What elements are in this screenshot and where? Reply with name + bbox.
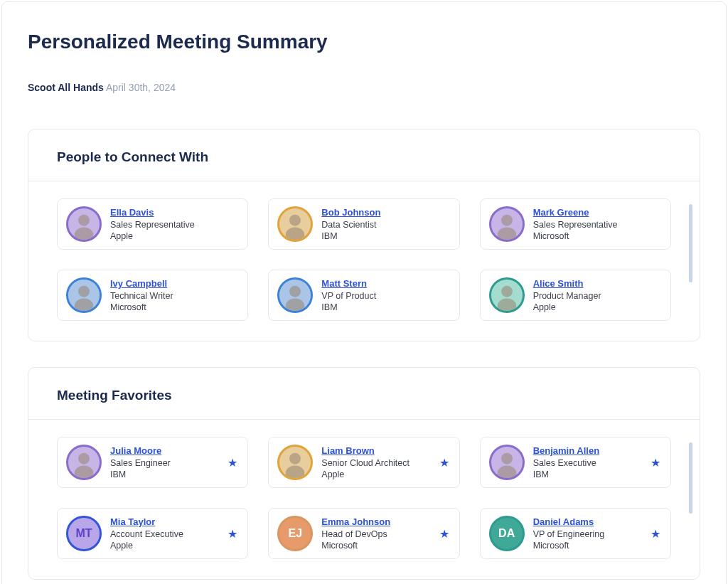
person-name-link[interactable]: Daniel Adams: [533, 516, 642, 527]
avatar: [277, 445, 313, 480]
person-title: Account Executive: [110, 529, 219, 541]
person-company: Apple: [533, 302, 662, 312]
person-info: Emma JohnsonHead of DevOpsMicrosoft: [321, 516, 430, 551]
meeting-header: Scoot All Hands April 30th, 2024: [28, 82, 700, 93]
page-title: Personalized Meeting Summary: [28, 31, 700, 53]
connect-section: People to Connect With Ella DavisSales R…: [28, 129, 700, 341]
avatar: [489, 277, 525, 313]
scrollbar-indicator[interactable]: [689, 442, 692, 514]
person-info: Mark GreeneSales RepresentativeMicrosoft: [533, 207, 662, 242]
favorites-people-grid: Julia MooreSales EngineerIBM★Liam BrownS…: [57, 437, 671, 559]
person-title: Product Manager: [533, 290, 662, 303]
person-company: Microsoft: [110, 302, 239, 312]
avatar: [277, 206, 313, 242]
person-name-link[interactable]: Ivy Campbell: [110, 278, 239, 289]
meeting-name: Scoot All Hands: [28, 82, 104, 93]
person-company: Apple: [110, 231, 239, 241]
person-title: Head of DevOps: [321, 529, 430, 541]
person-info: Liam BrownSenior Cloud ArchitectApple: [321, 445, 430, 480]
person-info: Ella DavisSales RepresentativeApple: [110, 207, 239, 242]
meeting-date: April 30th, 2024: [106, 82, 176, 93]
star-icon[interactable]: ★: [651, 456, 660, 469]
person-company: Apple: [110, 541, 219, 551]
person-title: VP of Engineering: [533, 529, 642, 541]
star-icon[interactable]: ★: [439, 456, 449, 469]
person-company: Microsoft: [533, 231, 662, 241]
avatar: EJ: [277, 516, 313, 551]
person-card[interactable]: Bob JohnsonData ScientistIBM: [268, 198, 459, 250]
svg-point-22: [289, 453, 301, 464]
person-card[interactable]: Mark GreeneSales RepresentativeMicrosoft: [480, 198, 671, 250]
avatar: [277, 277, 313, 313]
avatar: [489, 445, 525, 480]
avatar: [489, 206, 525, 242]
svg-point-13: [289, 286, 301, 297]
person-info: Bob JohnsonData ScientistIBM: [321, 207, 450, 242]
person-name-link[interactable]: Emma Johnson: [321, 516, 430, 527]
person-card[interactable]: Alice SmithProduct ManagerApple: [480, 270, 671, 321]
person-card[interactable]: Julia MooreSales EngineerIBM★: [57, 437, 248, 488]
avatar: [66, 277, 102, 313]
connect-section-body: Ella DavisSales RepresentativeAppleBob J…: [28, 181, 700, 341]
person-title: Sales Representative: [110, 219, 239, 232]
person-name-link[interactable]: Julia Moore: [110, 445, 219, 456]
connect-people-grid: Ella DavisSales RepresentativeAppleBob J…: [57, 198, 671, 321]
star-icon[interactable]: ★: [228, 527, 237, 541]
favorites-section-title: Meeting Favorites: [28, 368, 700, 420]
person-info: Matt SternVP of ProductIBM: [321, 278, 450, 313]
person-title: Technical Writer: [110, 290, 239, 303]
person-info: Daniel AdamsVP of EngineeringMicrosoft: [533, 516, 642, 551]
person-card[interactable]: Ivy CampbellTechnical WriterMicrosoft: [57, 270, 248, 321]
person-info: Mia TaylorAccount ExecutiveApple: [110, 516, 219, 551]
person-name-link[interactable]: Ella Davis: [110, 207, 239, 218]
star-icon[interactable]: ★: [439, 527, 449, 541]
person-card[interactable]: Liam BrownSenior Cloud ArchitectApple★: [268, 437, 459, 488]
person-title: Sales Representative: [533, 219, 662, 232]
person-card[interactable]: Ella DavisSales RepresentativeApple: [57, 198, 248, 250]
person-title: Sales Executive: [533, 457, 642, 470]
person-card[interactable]: Benjamin AllenSales ExecutiveIBM★: [480, 437, 671, 488]
avatar: [66, 445, 102, 480]
person-company: Microsoft: [321, 541, 430, 551]
person-info: Ivy CampbellTechnical WriterMicrosoft: [110, 278, 239, 313]
scrollbar-indicator[interactable]: [689, 204, 692, 282]
person-title: VP of Product: [321, 290, 450, 303]
person-name-link[interactable]: Liam Brown: [321, 445, 430, 456]
person-company: Apple: [321, 469, 430, 479]
person-name-link[interactable]: Matt Stern: [321, 278, 450, 289]
person-info: Julia MooreSales EngineerIBM: [110, 445, 219, 480]
person-name-link[interactable]: Mia Taylor: [110, 516, 219, 527]
person-title: Sales Engineer: [110, 457, 219, 470]
svg-point-1: [78, 215, 90, 226]
svg-point-7: [501, 215, 513, 226]
svg-point-4: [289, 215, 301, 226]
avatar: DA: [489, 516, 525, 551]
svg-point-16: [501, 286, 513, 297]
person-company: IBM: [321, 231, 450, 241]
connect-section-title: People to Connect With: [28, 129, 700, 181]
person-name-link[interactable]: Alice Smith: [533, 278, 662, 289]
person-name-link[interactable]: Benjamin Allen: [533, 445, 642, 456]
star-icon[interactable]: ★: [651, 527, 660, 541]
avatar: [66, 206, 102, 242]
svg-point-25: [501, 453, 513, 464]
person-card[interactable]: MTMia TaylorAccount ExecutiveApple★: [57, 508, 248, 559]
person-company: IBM: [533, 469, 642, 479]
avatar: MT: [66, 516, 102, 551]
favorites-section-body: Julia MooreSales EngineerIBM★Liam BrownS…: [28, 420, 700, 579]
person-info: Benjamin AllenSales ExecutiveIBM: [533, 445, 642, 480]
star-icon[interactable]: ★: [228, 456, 237, 469]
favorites-section: Meeting Favorites Julia MooreSales Engin…: [28, 367, 700, 580]
person-info: Alice SmithProduct ManagerApple: [533, 278, 662, 313]
page-container: Personalized Meeting Summary Scoot All H…: [1, 1, 727, 584]
person-name-link[interactable]: Mark Greene: [533, 207, 662, 218]
person-card[interactable]: DADaniel AdamsVP of EngineeringMicrosoft…: [480, 508, 671, 559]
svg-point-10: [78, 286, 90, 297]
person-company: IBM: [321, 302, 450, 312]
person-card[interactable]: Matt SternVP of ProductIBM: [268, 270, 459, 321]
person-card[interactable]: EJEmma JohnsonHead of DevOpsMicrosoft★: [268, 508, 459, 559]
person-company: IBM: [110, 469, 219, 479]
person-name-link[interactable]: Bob Johnson: [321, 207, 450, 218]
person-title: Senior Cloud Architect: [321, 457, 430, 470]
person-company: Microsoft: [533, 541, 642, 551]
